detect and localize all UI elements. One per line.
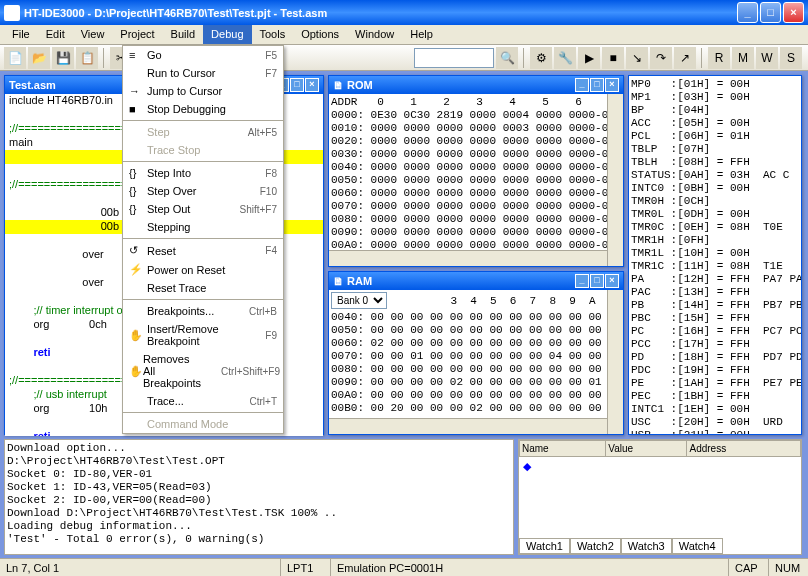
combo1[interactable] <box>414 48 494 68</box>
status-num: NUM <box>768 559 808 576</box>
memory-button[interactable]: M <box>732 47 754 69</box>
rebuild-button[interactable]: 🔧 <box>554 47 576 69</box>
rom-close-icon[interactable]: × <box>605 78 619 92</box>
menu-build[interactable]: Build <box>163 25 203 44</box>
saveall-button[interactable]: 📋 <box>76 47 98 69</box>
rom-window: 🗎ROM _ □ × ADDR 0 1 2 3 4 5 6 7 8 9 0000… <box>328 75 624 267</box>
ram-hscroll[interactable] <box>329 418 607 434</box>
menuitem-trace-stop: Trace Stop <box>123 141 283 159</box>
watch-table[interactable]: NameValueAddress ◆ <box>519 440 801 476</box>
ram-max-icon[interactable]: □ <box>590 274 604 288</box>
ram-vscroll[interactable] <box>607 290 623 434</box>
status-cap: CAP <box>728 559 768 576</box>
menuitem-step: StepAlt+F5 <box>123 123 283 141</box>
menuitem-go[interactable]: ≡GoF5 <box>123 46 283 64</box>
window-titlebar: HT-IDE3000 - D:\Project\HT46RB70\Test\Te… <box>0 0 808 25</box>
menuitem-command-mode: Command Mode <box>123 415 283 433</box>
menuitem-reset[interactable]: ↺ResetF4 <box>123 241 283 260</box>
menuitem-trace-[interactable]: Trace...Ctrl+T <box>123 392 283 410</box>
menuitem-stop-debugging[interactable]: ■Stop Debugging <box>123 100 283 118</box>
close-button[interactable]: × <box>783 2 804 23</box>
menuitem-run-to-cursor[interactable]: Run to CursorF7 <box>123 64 283 82</box>
menuitem-step-over[interactable]: {}Step OverF10 <box>123 182 283 200</box>
new-button[interactable]: 📄 <box>4 47 26 69</box>
debug-menu-dropdown: ≡GoF5Run to CursorF7→Jump to Cursor■Stop… <box>122 45 284 434</box>
ram-titlebar[interactable]: 🗎RAM _ □ × <box>329 272 623 290</box>
status-mode: Emulation PC=0001H <box>330 559 728 576</box>
maximize-button[interactable]: □ <box>760 2 781 23</box>
menu-debug[interactable]: Debug <box>203 25 251 44</box>
menu-file[interactable]: File <box>4 25 38 44</box>
window-title: HT-IDE3000 - D:\Project\HT46RB70\Test\Te… <box>24 7 327 19</box>
ram-min-icon[interactable]: _ <box>575 274 589 288</box>
menuitem-removes-all-breakpoints[interactable]: ✋Removes All BreakpointsCtrl+Shift+F9 <box>123 350 283 392</box>
stepover-button[interactable]: ↷ <box>650 47 672 69</box>
stepout-button[interactable]: ↗ <box>674 47 696 69</box>
statusbar: Ln 7, Col 1 LPT1 Emulation PC=0001H CAP … <box>0 558 808 576</box>
registers-window: MP0 :[01H] = 00H MP1 :[03H] = 00H BP :[0… <box>628 75 802 435</box>
watch-window: NameValueAddress ◆ Watch1Watch2Watch3Wat… <box>518 439 802 555</box>
rom-title: ROM <box>347 79 373 91</box>
ram-title: RAM <box>347 275 372 287</box>
editor-max-icon[interactable]: □ <box>290 78 304 92</box>
menuitem-breakpoints-[interactable]: Breakpoints...Ctrl+B <box>123 302 283 320</box>
stack-button[interactable]: S <box>780 47 802 69</box>
menuitem-power-on-reset[interactable]: ⚡Power on Reset <box>123 260 283 279</box>
watch-button[interactable]: W <box>756 47 778 69</box>
open-button[interactable]: 📂 <box>28 47 50 69</box>
rom-titlebar[interactable]: 🗎ROM _ □ × <box>329 76 623 94</box>
ram-window: 🗎RAM _ □ × Bank 0 3 4 5 6 7 8 9 A B C D … <box>328 271 624 435</box>
stop-button[interactable]: ■ <box>602 47 624 69</box>
menu-options[interactable]: Options <box>293 25 347 44</box>
rom-max-icon[interactable]: □ <box>590 78 604 92</box>
go-button[interactable]: ▶ <box>578 47 600 69</box>
menuitem-step-out[interactable]: {}Step OutShift+F7 <box>123 200 283 218</box>
ram-close-icon[interactable]: × <box>605 274 619 288</box>
rom-min-icon[interactable]: _ <box>575 78 589 92</box>
editor-title: Test.asm <box>9 79 56 91</box>
menuitem-stepping[interactable]: Stepping <box>123 218 283 236</box>
watch-col-value[interactable]: Value <box>606 441 687 457</box>
menu-window[interactable]: Window <box>347 25 402 44</box>
menu-help[interactable]: Help <box>402 25 441 44</box>
menuitem-insert-remove-breakpoint[interactable]: ✋Insert/Remove BreakpointF9 <box>123 320 283 350</box>
menu-tools[interactable]: Tools <box>252 25 294 44</box>
save-button[interactable]: 💾 <box>52 47 74 69</box>
editor-close-icon[interactable]: × <box>305 78 319 92</box>
rom-vscroll[interactable] <box>607 94 623 266</box>
menuitem-reset-trace[interactable]: Reset Trace <box>123 279 283 297</box>
status-lpt: LPT1 <box>280 559 330 576</box>
output-window[interactable]: Download option... D:\Project\HT46RB70\T… <box>4 439 514 555</box>
rom-body[interactable]: ADDR 0 1 2 3 4 5 6 7 8 9 0000: 0E30 0C30… <box>329 94 623 252</box>
ram-bank-select[interactable]: Bank 0 <box>331 292 387 309</box>
menubar: FileEditViewProjectBuildDebugToolsOption… <box>0 25 808 45</box>
rom-hscroll[interactable] <box>329 250 607 266</box>
find-button[interactable]: 🔍 <box>496 47 518 69</box>
ram-header: 3 4 5 6 7 8 9 A B C D E F <box>391 295 623 307</box>
watch-col-address[interactable]: Address <box>687 441 801 457</box>
app-icon <box>4 5 20 21</box>
registers-body[interactable]: MP0 :[01H] = 00H MP1 :[03H] = 00H BP :[0… <box>629 76 801 434</box>
minimize-button[interactable]: _ <box>737 2 758 23</box>
watch-tab-0[interactable]: Watch1 <box>519 538 570 554</box>
watch-col-name[interactable]: Name <box>520 441 606 457</box>
status-pos: Ln 7, Col 1 <box>0 559 280 576</box>
menuitem-step-into[interactable]: {}Step IntoF8 <box>123 164 283 182</box>
build-button[interactable]: ⚙ <box>530 47 552 69</box>
watch-tab-3[interactable]: Watch4 <box>672 538 723 554</box>
ram-body[interactable]: Bank 0 3 4 5 6 7 8 9 A B C D E F 0040: 0… <box>329 290 623 420</box>
registers-button[interactable]: R <box>708 47 730 69</box>
watch-tab-1[interactable]: Watch2 <box>570 538 621 554</box>
watch-tabs: Watch1Watch2Watch3Watch4 <box>519 538 723 554</box>
stepinto-button[interactable]: ↘ <box>626 47 648 69</box>
menu-view[interactable]: View <box>73 25 113 44</box>
menu-project[interactable]: Project <box>112 25 162 44</box>
menuitem-jump-to-cursor[interactable]: →Jump to Cursor <box>123 82 283 100</box>
menu-edit[interactable]: Edit <box>38 25 73 44</box>
watch-tab-2[interactable]: Watch3 <box>621 538 672 554</box>
